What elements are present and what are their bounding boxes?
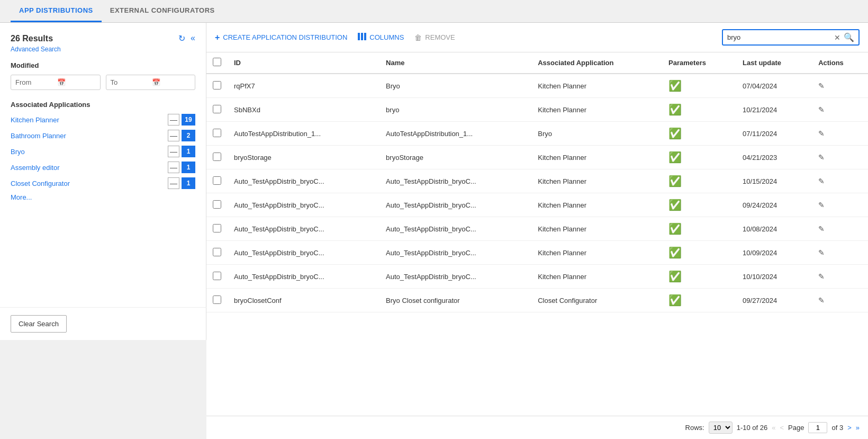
select-all-checkbox[interactable] xyxy=(213,58,221,66)
to-date-input[interactable]: To 📅 xyxy=(106,75,196,90)
row-params: ✅ xyxy=(662,98,736,122)
sidebar: 26 Results ↻ « Advanced Search Modified … xyxy=(0,23,206,307)
table-row: Auto_TestAppDistrib_bryoC... Auto_TestAp… xyxy=(206,217,868,241)
columns-button[interactable]: COLUMNS xyxy=(358,33,404,42)
col-name: Name xyxy=(379,52,531,74)
row-checkbox[interactable] xyxy=(213,81,221,89)
row-name: AutoTestAppDistribution_1... xyxy=(379,122,531,146)
edit-icon[interactable]: ✎ xyxy=(818,201,825,209)
remove-button[interactable]: 🗑 REMOVE xyxy=(414,33,455,42)
row-checkbox-cell xyxy=(206,193,228,217)
filter-link-assembly-editor[interactable]: Assembly editor xyxy=(11,164,168,172)
row-params: ✅ xyxy=(662,265,736,289)
edit-icon[interactable]: ✎ xyxy=(818,129,825,138)
search-clear-icon[interactable]: ✕ xyxy=(834,33,840,42)
page-input[interactable] xyxy=(808,422,827,433)
edit-icon[interactable]: ✎ xyxy=(818,248,825,257)
row-checkbox[interactable] xyxy=(213,272,221,280)
filter-minus-kitchen-planner[interactable]: — xyxy=(168,114,179,126)
from-date-input[interactable]: From 📅 xyxy=(11,75,101,90)
search-input[interactable] xyxy=(727,33,831,41)
page-label: Page xyxy=(788,424,804,432)
row-associated-app: Kitchen Planner xyxy=(531,146,662,169)
filter-minus-assembly-editor[interactable]: — xyxy=(168,162,179,173)
advanced-search-link[interactable]: Advanced Search xyxy=(11,46,195,53)
edit-icon[interactable]: ✎ xyxy=(818,177,825,185)
row-checkbox[interactable] xyxy=(213,176,221,185)
edit-icon[interactable]: ✎ xyxy=(818,153,825,162)
clear-search-button[interactable]: Clear Search xyxy=(11,315,67,333)
edit-icon[interactable]: ✎ xyxy=(818,105,825,114)
params-check-icon: ✅ xyxy=(668,175,682,187)
filter-minus-closet-configurator[interactable]: — xyxy=(168,177,179,189)
search-submit-icon[interactable]: 🔍 xyxy=(844,32,854,42)
modified-label: Modified xyxy=(11,61,195,69)
tab-app-distributions[interactable]: APP DISTRIBUTIONS xyxy=(11,0,102,22)
row-id: bryoClosetConf xyxy=(228,289,379,312)
row-id: rqPfX7 xyxy=(228,74,379,98)
tab-external-configurators[interactable]: EXTERNAL CONFIGURATORS xyxy=(102,0,223,22)
filter-link-closet-configurator[interactable]: Closet Configurator xyxy=(11,180,168,187)
filter-link-bathroom-planner[interactable]: Bathroom Planner xyxy=(11,132,168,140)
more-link[interactable]: More... xyxy=(11,193,195,201)
filter-minus-bathroom-planner[interactable]: — xyxy=(168,130,179,141)
table-row: SbNBXd bryo Kitchen Planner ✅ 10/21/2024… xyxy=(206,98,868,122)
edit-icon[interactable]: ✎ xyxy=(818,82,825,90)
edit-icon[interactable]: ✎ xyxy=(818,296,825,304)
row-checkbox-cell xyxy=(206,217,228,241)
params-check-icon: ✅ xyxy=(668,80,682,92)
filter-count-closet-configurator: 1 xyxy=(182,177,195,189)
filter-controls-kitchen-planner: — 19 xyxy=(168,114,195,126)
row-associated-app: Kitchen Planner xyxy=(531,241,662,265)
row-checkbox-cell xyxy=(206,265,228,289)
row-id: bryoStorage xyxy=(228,146,379,169)
last-page-nav[interactable]: » xyxy=(856,424,860,432)
row-checkbox-cell xyxy=(206,146,228,169)
trash-icon: 🗑 xyxy=(414,33,422,42)
row-checkbox-cell xyxy=(206,74,228,98)
row-checkbox[interactable] xyxy=(213,200,221,209)
edit-icon[interactable]: ✎ xyxy=(818,225,825,233)
row-actions: ✎ xyxy=(812,217,868,241)
row-checkbox-cell xyxy=(206,122,228,146)
row-checkbox-cell xyxy=(206,289,228,312)
create-app-dist-button[interactable]: + CREATE APPLICATION DISTRIBUTION xyxy=(215,33,347,42)
prev-page-nav[interactable]: < xyxy=(780,424,784,432)
collapse-icon[interactable]: « xyxy=(191,33,195,43)
row-checkbox[interactable] xyxy=(213,129,221,137)
row-actions: ✎ xyxy=(812,122,868,146)
params-check-icon: ✅ xyxy=(668,271,682,282)
col-id: ID xyxy=(228,52,379,74)
filter-link-kitchen-planner[interactable]: Kitchen Planner xyxy=(11,116,168,124)
row-checkbox[interactable] xyxy=(213,248,221,256)
row-last-update: 10/09/2024 xyxy=(736,241,812,265)
row-associated-app: Bryo xyxy=(531,122,662,146)
sidebar-wrapper: 26 Results ↻ « Advanced Search Modified … xyxy=(0,23,206,439)
first-page-nav[interactable]: « xyxy=(772,424,775,432)
row-checkbox[interactable] xyxy=(213,153,221,161)
edit-icon[interactable]: ✎ xyxy=(818,272,825,281)
refresh-icon[interactable]: ↻ xyxy=(178,33,185,43)
filter-count-bathroom-planner: 2 xyxy=(182,130,195,141)
params-check-icon: ✅ xyxy=(668,247,682,258)
row-checkbox[interactable] xyxy=(213,224,221,232)
filter-link-bryo[interactable]: Bryo xyxy=(11,148,168,156)
filter-count-kitchen-planner: 19 xyxy=(182,114,195,126)
table-row: bryoClosetConf Bryo Closet configurator … xyxy=(206,289,868,312)
next-page-nav[interactable]: > xyxy=(847,424,852,432)
filter-item-bathroom-planner: Bathroom Planner — 2 xyxy=(11,130,195,141)
row-checkbox[interactable] xyxy=(213,105,221,113)
rows-label: Rows: xyxy=(685,424,704,432)
row-last-update: 04/21/2023 xyxy=(736,146,812,169)
rows-select[interactable]: 10 25 50 xyxy=(709,422,733,434)
row-associated-app: Closet Configurator xyxy=(531,289,662,312)
row-name: Auto_TestAppDistrib_bryoC... xyxy=(379,193,531,217)
toolbar: + CREATE APPLICATION DISTRIBUTION COLUMN… xyxy=(206,23,868,52)
filter-minus-bryo[interactable]: — xyxy=(168,146,179,157)
row-checkbox[interactable] xyxy=(213,295,221,304)
pagination: Rows: 10 25 50 1-10 of 26 « < Page of 3 … xyxy=(206,416,868,439)
search-box: ✕ 🔍 xyxy=(722,29,860,46)
row-associated-app: Kitchen Planner xyxy=(531,217,662,241)
params-check-icon: ✅ xyxy=(668,223,682,235)
table-row: AutoTestAppDistribution_1... AutoTestApp… xyxy=(206,122,868,146)
